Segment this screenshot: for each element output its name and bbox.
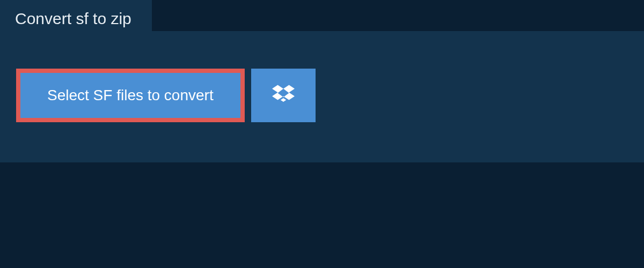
dropbox-button[interactable]: [251, 69, 316, 122]
select-files-button[interactable]: Select SF files to convert: [16, 69, 245, 122]
dropbox-icon: [272, 83, 295, 108]
converter-tab: Convert sf to zip: [0, 0, 152, 38]
converter-panel: Convert sf to zip Select SF files to con…: [0, 31, 644, 162]
action-button-row: Select SF files to convert: [16, 69, 316, 122]
select-files-label: Select SF files to convert: [47, 87, 214, 104]
tab-title: Convert sf to zip: [15, 10, 131, 27]
